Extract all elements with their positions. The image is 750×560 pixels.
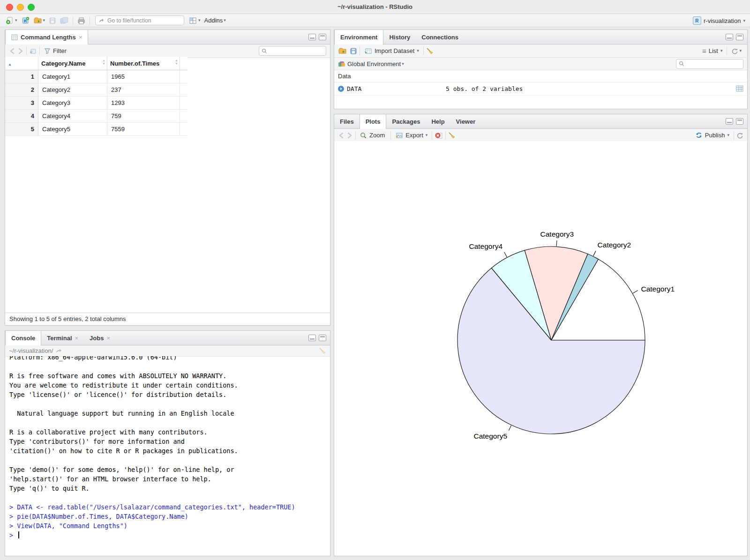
- tab-plots[interactable]: Plots: [360, 114, 387, 129]
- save-button[interactable]: [47, 15, 58, 26]
- category-name-cell: Category1: [38, 70, 107, 83]
- import-dataset-button[interactable]: Import Dataset ▾: [362, 45, 421, 57]
- tab-environment[interactable]: Environment: [334, 30, 383, 45]
- environment-search-input[interactable]: [686, 60, 741, 67]
- expand-object-icon[interactable]: [338, 85, 345, 92]
- save-workspace-icon[interactable]: [350, 47, 357, 55]
- next-plot-icon[interactable]: [345, 132, 353, 139]
- tab-history[interactable]: History: [383, 30, 416, 44]
- console-tabbar: Console Terminal × Jobs ×: [5, 331, 330, 345]
- scope-selector[interactable]: Global Environment ▾: [345, 58, 406, 69]
- clear-console-icon[interactable]: [319, 347, 326, 354]
- previous-plot-icon[interactable]: [338, 132, 345, 139]
- print-button[interactable]: [75, 15, 87, 26]
- column-header-number-of-times[interactable]: Number.of.Times ▲▼: [107, 57, 180, 70]
- maximize-pane-button[interactable]: [736, 34, 743, 40]
- minimize-pane-button[interactable]: [308, 34, 316, 40]
- goto-directory-icon[interactable]: [55, 348, 63, 354]
- tab-files[interactable]: Files: [334, 114, 360, 128]
- console-line: 'help.start()' for an HTML browser inter…: [9, 474, 330, 484]
- remove-plot-icon[interactable]: [435, 132, 443, 139]
- window-title: ~/r-visualization - RStudio: [0, 0, 750, 14]
- console-output[interactable]: Platform: x86_64-apple-darwin15.6.0 (64-…: [5, 356, 330, 556]
- caret-down-icon: ▾: [402, 62, 404, 66]
- rstudio-window: ~/r-visualization - RStudio ▾ R ▾: [0, 0, 750, 560]
- tab-command-lengths[interactable]: Command Lengths ×: [5, 30, 88, 45]
- tab-connections[interactable]: Connections: [416, 30, 464, 44]
- caret-down-icon: ▾: [224, 18, 226, 22]
- empty-cell: [180, 97, 188, 110]
- column-header-category-name[interactable]: Category.Name ▲▼: [38, 57, 107, 70]
- sort-arrows-icon[interactable]: ▲▼: [102, 59, 105, 65]
- pane-layout-icon: [189, 17, 197, 24]
- console-subtitle-bar: ~/r-visualization/: [5, 345, 330, 357]
- pie-label-tick: [504, 252, 507, 257]
- back-icon[interactable]: [9, 48, 16, 54]
- maximize-pane-button[interactable]: [736, 118, 743, 125]
- zoom-plot-button[interactable]: Zoom: [358, 130, 388, 141]
- open-workspace-icon[interactable]: [338, 47, 347, 55]
- pie-label-Category1: Category1: [641, 285, 675, 293]
- tab-jobs[interactable]: Jobs ×: [84, 331, 116, 345]
- data-table-body: 1Category119652Category22373Category3129…: [5, 70, 188, 136]
- refresh-environment-button[interactable]: ▾: [729, 45, 743, 57]
- goto-file-box[interactable]: [95, 15, 184, 25]
- close-icon[interactable]: ×: [75, 335, 79, 342]
- environment-object-row[interactable]: DATA 5 obs. of 2 variables: [334, 82, 747, 96]
- new-file-button[interactable]: ▾: [4, 15, 19, 26]
- console-line: R is a collaborative project with many c…: [9, 427, 330, 437]
- toolbar-separator: [360, 47, 360, 55]
- pane-layout-button[interactable]: ▾: [187, 15, 202, 26]
- publish-label: Publish: [705, 132, 725, 139]
- plots-toolbar: Zoom Export ▾ Publish ▾: [334, 129, 747, 142]
- console-pane: Console Terminal × Jobs × ~/r-visualizat…: [5, 330, 330, 556]
- open-file-button[interactable]: ▾: [31, 15, 47, 26]
- maximize-pane-button[interactable]: [319, 34, 326, 40]
- tab-terminal[interactable]: Terminal ×: [41, 331, 84, 345]
- data-search-input[interactable]: [269, 47, 323, 55]
- hamburger-icon: ≡: [702, 47, 706, 55]
- export-plot-button[interactable]: Export ▾: [393, 130, 429, 141]
- minimize-pane-button[interactable]: [726, 118, 733, 125]
- console-line: 'citation()' on how to cite R or R packa…: [9, 446, 330, 455]
- console-prompt-line[interactable]: >: [9, 530, 330, 540]
- object-name: DATA: [347, 85, 361, 92]
- clear-all-plots-icon[interactable]: [448, 132, 456, 139]
- maximize-pane-button[interactable]: [319, 335, 326, 341]
- row-number-header[interactable]: ▲: [5, 57, 38, 70]
- publish-button[interactable]: Publish ▾: [693, 130, 731, 141]
- close-icon[interactable]: ×: [79, 34, 82, 41]
- console-line: Type 'license()' or 'licence()' for dist…: [9, 390, 330, 399]
- table-row: 5Category57559: [5, 123, 188, 136]
- clear-environment-icon[interactable]: [426, 47, 434, 54]
- number-of-times-cell: 759: [107, 110, 180, 123]
- minimize-pane-button[interactable]: [726, 34, 733, 40]
- addins-button[interactable]: Addins ▾: [202, 15, 228, 26]
- project-selector[interactable]: R r-visualization ▾: [693, 14, 745, 27]
- refresh-plot-icon[interactable]: [736, 132, 743, 139]
- close-icon[interactable]: ×: [106, 335, 110, 342]
- sort-arrows-icon[interactable]: ▲▼: [175, 59, 178, 65]
- goto-file-input[interactable]: [106, 17, 181, 24]
- open-folder-icon: [33, 17, 42, 24]
- toolbar-separator: [423, 47, 424, 55]
- minimize-pane-button[interactable]: [308, 335, 316, 341]
- view-table-icon[interactable]: [736, 85, 743, 92]
- new-project-button[interactable]: R: [19, 15, 31, 26]
- save-all-button[interactable]: [58, 15, 70, 26]
- project-icon: R: [693, 16, 701, 25]
- filter-button[interactable]: Filter: [42, 45, 70, 57]
- number-of-times-cell: 1293: [107, 97, 180, 110]
- list-view-button[interactable]: ≡ List ▾: [700, 45, 725, 57]
- environment-search-box[interactable]: [676, 59, 743, 69]
- tab-viewer[interactable]: Viewer: [450, 114, 481, 128]
- popout-window-icon[interactable]: [29, 48, 37, 54]
- pie-label-tick: [593, 251, 596, 256]
- sort-ascending-icon: ▲: [8, 62, 12, 67]
- tab-packages[interactable]: Packages: [386, 114, 426, 128]
- tab-console[interactable]: Console: [5, 331, 41, 345]
- tab-help[interactable]: Help: [426, 114, 450, 128]
- refresh-icon: [731, 48, 738, 54]
- forward-icon[interactable]: [16, 48, 24, 54]
- data-search-box[interactable]: [259, 46, 326, 56]
